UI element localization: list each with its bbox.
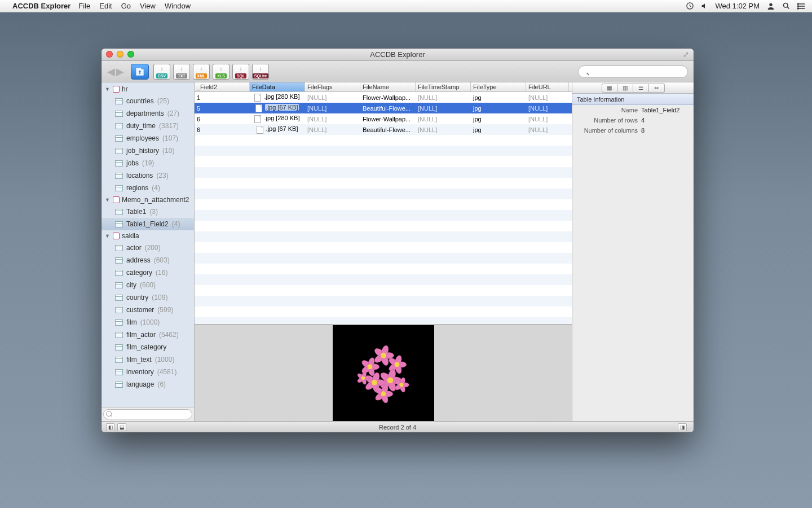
close-button[interactable] [106,51,113,58]
window-titlebar[interactable]: ACCDB Explorer ⤢ [102,49,694,61]
sidebar-table-address[interactable]: address (603) [102,254,194,266]
user-icon[interactable] [766,2,775,11]
cell: jpg [471,105,526,112]
search-input[interactable] [578,65,688,78]
database-icon [113,86,120,93]
nav-back-button[interactable]: ◀ [107,65,115,78]
file-icon [254,115,261,123]
empty-row [195,306,572,317]
disclosure-icon[interactable]: ▼ [105,233,111,239]
fullscreen-icon[interactable]: ⤢ [683,50,689,59]
sidebar-table-film[interactable]: film (1000) [102,316,194,329]
column-header-FileTimeStamp[interactable]: FileTimeStamp [416,82,471,91]
empty-row [195,231,572,242]
empty-row [195,264,572,274]
record-indicator: Record 2 of 4 [379,424,416,431]
table-count: (599) [157,306,173,314]
sidebar-table-employees[interactable]: employees (107) [102,132,194,144]
sidebar-search-input[interactable] [103,409,192,419]
column-header-FileType[interactable]: FileType [471,82,526,91]
db-Memo_n_attachment2[interactable]: ▼Memo_n_attachment2 [102,194,194,205]
table-row[interactable]: 6 .jpg [280 KB][NULL]Flower-Wallpap...[N… [195,113,572,124]
cell: .jpg [67 KB] [250,104,305,112]
timemachine-icon[interactable] [686,2,694,10]
notifications-icon[interactable] [797,2,806,10]
view-list-icon[interactable]: ☰ [633,84,649,93]
window-title: ACCDB Explorer [370,50,425,59]
sidebar-table-actor[interactable]: actor (200) [102,242,194,254]
column-header-FileName[interactable]: FileName [360,82,416,91]
disclosure-icon[interactable]: ▼ [105,86,111,92]
svg-point-18 [394,362,399,367]
export-xml-button[interactable]: ↓XML [193,64,210,80]
cell: [NULL] [416,94,471,101]
export-txt-button[interactable]: ↓TXT [173,64,190,80]
menu-window[interactable]: Window [165,2,191,10]
table-count: (4) [152,184,160,192]
data-grid[interactable]: _Field2FileDataFileFlagsFileNameFileTime… [195,82,572,324]
sidebar-table-jobs[interactable]: jobs (19) [102,157,194,169]
cell: Flower-Wallpap... [360,94,416,101]
menu-edit[interactable]: Edit [99,2,112,10]
clock[interactable]: Wed 1:02 PM [715,2,760,10]
minimize-button[interactable] [117,51,123,58]
app-window: ACCDB Explorer ⤢ ◀ ▶ ↓CSV↓TXT↓XML↓XLS↓SQ… [102,49,694,432]
disclosure-icon[interactable]: ▼ [105,197,111,203]
grid-header[interactable]: _Field2FileDataFileFlagsFileNameFileTime… [195,82,572,92]
menu-view[interactable]: View [140,2,156,10]
view-table-icon[interactable]: ▦ [602,84,617,93]
sidebar-table-locations[interactable]: locations (23) [102,169,194,182]
export-sqlite-button[interactable]: ↓SQLite [252,64,269,80]
db-hr[interactable]: ▼hr [102,84,194,95]
export-sql-button[interactable]: ↓SQL [232,64,249,80]
spotlight-icon[interactable] [782,2,791,10]
sidebar[interactable]: ▼hrcountries (25)departments (27)duty_ti… [102,82,195,421]
app-name[interactable]: ACCDB Explorer [12,2,70,10]
sidebar-table-language[interactable]: language (6) [102,378,194,391]
column-header-_Field2[interactable]: _Field2 [195,82,250,91]
column-header-FileFlags[interactable]: FileFlags [305,82,360,91]
sidebar-table-regions[interactable]: regions (4) [102,182,194,194]
view-expand-icon[interactable]: ⇔ [649,84,665,93]
table-label: Table1_Field2 [126,220,169,228]
volume-icon[interactable] [701,2,708,10]
table-row[interactable]: 6 .jpg [67 KB][NULL]Beautiful-Flowe...[N… [195,124,572,135]
sidebar-table-inventory[interactable]: inventory (4581) [102,366,194,378]
export-csv-button[interactable]: ↓CSV [153,64,170,80]
sidebar-table-country[interactable]: country (109) [102,291,194,304]
sidebar-table-Table1[interactable]: Table1 (3) [102,205,194,218]
export-xls-button[interactable]: ↓XLS [213,64,230,80]
cell: jpg [471,116,526,122]
footer-right-toggle[interactable]: ◨ [678,423,687,431]
db-sakila[interactable]: ▼sakila [102,230,194,242]
table-row[interactable]: 1 .jpg [280 KB][NULL]Flower-Wallpap...[N… [195,92,572,103]
sidebar-table-duty_time[interactable]: duty_time (3317) [102,120,194,132]
table-row[interactable]: 5 .jpg [67 KB][NULL]Beautiful-Flowe...[N… [195,103,572,113]
sidebar-table-customer[interactable]: customer (599) [102,304,194,316]
open-db-button[interactable] [131,64,149,80]
footer-left-toggle[interactable]: ◧ [106,423,115,431]
empty-row [195,210,572,221]
footer-bottom-toggle[interactable]: ⬓ [117,423,126,431]
menu-file[interactable]: File [78,2,90,10]
sidebar-table-departments[interactable]: departments (27) [102,107,194,120]
sidebar-table-countries[interactable]: countries (25) [102,95,194,107]
column-header-FileURL[interactable]: FileURL [526,82,569,91]
sidebar-table-Table1_Field2[interactable]: Table1_Field2 (4) [102,218,194,230]
database-icon [113,233,120,239]
table-icon [115,382,123,388]
nav-forward-button[interactable]: ▶ [116,65,124,78]
sidebar-table-city[interactable]: city (600) [102,279,194,291]
sidebar-table-film_text[interactable]: film_text (1000) [102,353,194,366]
menu-go[interactable]: Go [121,2,131,10]
view-columns-icon[interactable]: ▥ [617,84,633,93]
sidebar-table-film_category[interactable]: film_category [102,341,194,353]
zoom-button[interactable] [127,51,134,58]
svg-point-30 [387,377,393,383]
sidebar-table-category[interactable]: category (16) [102,266,194,279]
column-header-FileData[interactable]: FileData [250,82,305,91]
sidebar-table-job_history[interactable]: job_history (10) [102,144,194,157]
sidebar-table-film_actor[interactable]: film_actor (5462) [102,329,194,341]
table-label: film [126,318,137,326]
empty-row [195,285,572,296]
